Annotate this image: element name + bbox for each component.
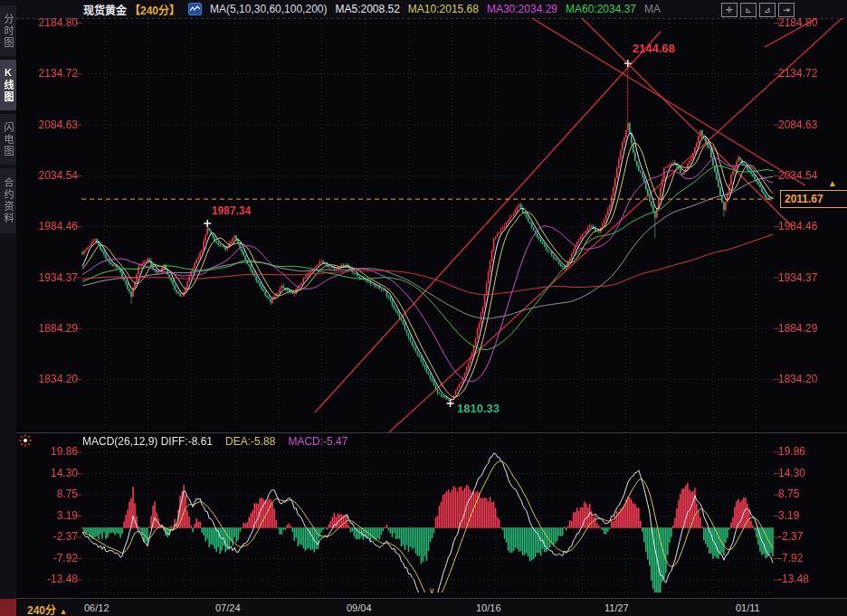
ma5-value: MA5:2008.52: [335, 3, 399, 15]
ma60-value: MA60:2034.37: [566, 3, 636, 15]
sidebar-tab-contract-info[interactable]: 合约资料: [0, 168, 16, 233]
price-label-right: 1884.29: [778, 322, 838, 335]
price-label-left: 1934.37: [18, 271, 78, 284]
indicator-icon: [188, 3, 202, 15]
price-label-left: 2084.63: [18, 118, 78, 131]
macd-axis-left: 8.75: [18, 488, 78, 500]
date-label: 06/12: [84, 602, 109, 613]
price-up-arrow-icon: ▲: [828, 178, 837, 188]
timeline-bar: 240分 ▲ 06/12 07/24 09/04 10/16 11/27 01/…: [16, 598, 847, 616]
trading-app: 现货黄金【240分】 MA(5,10,30,60,100,200) MA5:20…: [0, 0, 847, 616]
sidebar-tab-lightning[interactable]: 闪电图: [0, 114, 16, 165]
macd-dea-label: DEA:-5.88: [225, 435, 275, 448]
macd-axis-right: 3.19: [778, 509, 838, 522]
price-label-right: 2134.72: [778, 67, 838, 80]
period-badge: 【240分】: [129, 2, 180, 17]
price-label-left: 1984.46: [18, 220, 78, 232]
date-label: 07/24: [215, 602, 241, 613]
macd-axis-left: -2.37: [18, 530, 78, 543]
last-price-value: 2011.67: [785, 193, 823, 205]
price-label-left: 2184.80: [18, 16, 78, 29]
date-label: 09/04: [347, 602, 372, 613]
macd-axis-left: -7.92: [18, 552, 78, 564]
chart-canvas[interactable]: [0, 0, 847, 616]
price-label-right: 1984.46: [778, 220, 838, 232]
price-label-right: 2084.63: [778, 118, 838, 131]
sidebar-tab-kline[interactable]: K线图: [0, 60, 16, 110]
axis-scale-right-icon[interactable]: ⊿: [759, 3, 776, 17]
price-label-left: 1884.29: [18, 322, 78, 335]
macd-axis-left: 14.30: [18, 467, 78, 479]
price-label-right: 1934.37: [778, 271, 838, 284]
bottom-left-logo: [0, 599, 16, 616]
macd-axis-left: 19.86: [18, 445, 78, 458]
macd-axis-left: -13.48: [18, 573, 78, 585]
date-label: 01/11: [736, 602, 760, 613]
swing-low-label: 1810.33: [457, 402, 500, 415]
peak-high-label: 2144.68: [633, 42, 675, 55]
macd-axis-right: -7.92: [778, 552, 838, 564]
price-label-left: 1834.20: [18, 373, 78, 385]
macd-axis-right: 14.30: [778, 467, 838, 479]
macd-axis-right: -13.48: [778, 573, 838, 585]
ma10-value: MA10:2015.68: [408, 3, 479, 15]
swing-high-label: 1987.34: [212, 204, 251, 217]
macd-axis-left: 3.19: [18, 509, 78, 522]
date-label: 11/27: [604, 602, 629, 613]
date-label: 10/16: [476, 602, 501, 613]
left-sidebar: 分时图 K线图 闪电图 合约资料: [0, 0, 16, 599]
instrument-title: 现货黄金: [83, 2, 127, 17]
macd-axis-right: -2.37: [778, 530, 838, 543]
macd-header: MACD(26,12,9) DIFF:-8.61 DEA:-5.88 MACD:…: [82, 435, 347, 448]
ma-settings-label: MA(5,10,30,60,100,200): [210, 3, 327, 15]
macd-low-marker-icon: ∨: [429, 586, 435, 595]
price-label-left: 2134.72: [18, 67, 78, 80]
period-arrow-icon: ▲: [59, 607, 67, 616]
period-selector[interactable]: 240分 ▲: [27, 602, 67, 616]
macd-value-label: MACD:-5.47: [288, 435, 347, 448]
price-label-right: 1834.20: [778, 373, 838, 385]
ma30-value: MA30:2034.29: [487, 3, 557, 15]
move-crosshair-icon[interactable]: ✛: [721, 3, 738, 17]
macd-axis-right: 8.75: [778, 488, 838, 500]
axis-scale-left-icon[interactable]: ⊾: [740, 3, 757, 17]
pan-right-icon[interactable]: ⇥: [778, 3, 795, 17]
chart-toolbar: ✛ ⊾ ⊿ ⇥: [721, 3, 795, 17]
ma-extra-label: MA: [644, 3, 661, 15]
last-price-box: 2011.67: [780, 190, 847, 208]
price-label-left: 2034.54: [18, 169, 78, 182]
macd-diff-label: MACD(26,12,9) DIFF:-8.61: [82, 435, 213, 448]
price-label-right: 2184.80: [778, 16, 838, 29]
macd-axis-right: 19.86: [778, 445, 838, 458]
sidebar-tab-timeshare[interactable]: 分时图: [0, 5, 16, 56]
